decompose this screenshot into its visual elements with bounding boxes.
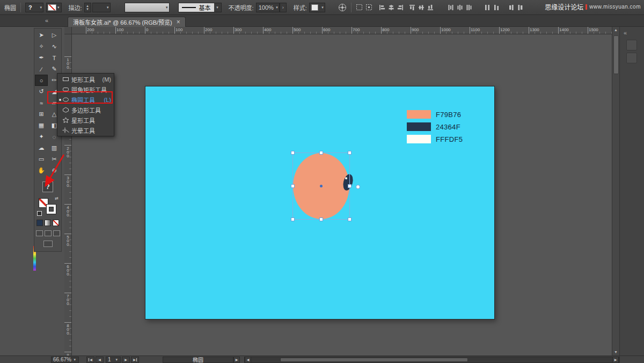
align-to-artboard-icon[interactable] bbox=[517, 4, 524, 11]
artboard-number-dropdown[interactable]: 1 ▾ bbox=[106, 357, 121, 363]
stroke-style-dropdown[interactable]: 基本 ▾ bbox=[178, 3, 222, 12]
distribute-h-space-icon[interactable] bbox=[484, 4, 491, 11]
selection-handle[interactable] bbox=[348, 217, 352, 221]
horizontal-scrollbar[interactable]: ◀ ▶ bbox=[244, 357, 619, 363]
stroke-color-dropdown[interactable]: ▾ bbox=[46, 3, 62, 12]
selection-handle[interactable] bbox=[291, 217, 295, 221]
chevron-down-icon: ▾ bbox=[165, 5, 169, 10]
scroll-left-icon[interactable]: ◀ bbox=[245, 357, 251, 363]
panel-tab-icon[interactable] bbox=[626, 53, 637, 63]
stroke-weight-stepper[interactable]: ▴ ▾ bbox=[84, 3, 91, 12]
bounding-box-icon[interactable] bbox=[365, 4, 372, 11]
fullscreen-mode-icon[interactable] bbox=[53, 230, 60, 236]
transform-panel-icon[interactable] bbox=[356, 4, 363, 11]
gradient-button[interactable] bbox=[45, 220, 51, 226]
toolbar-collapse-icon[interactable]: « bbox=[45, 17, 48, 24]
mesh-tool[interactable]: ▦ bbox=[35, 120, 48, 131]
align-right-icon[interactable] bbox=[397, 4, 404, 11]
first-artboard-icon[interactable]: ◀ bbox=[86, 357, 94, 363]
graphic-style-dropdown[interactable]: ▾ bbox=[309, 3, 325, 12]
blend-tool-icon: ◌ bbox=[53, 134, 56, 140]
ruler-label: 800 bbox=[382, 27, 389, 32]
none-button[interactable] bbox=[53, 220, 59, 226]
line-segment-tool[interactable]: ∕ bbox=[35, 63, 48, 75]
rotate-tool[interactable]: ↺ bbox=[35, 86, 48, 97]
align-center-vertical-icon[interactable] bbox=[418, 4, 425, 11]
ruler-label: 300 bbox=[235, 27, 241, 32]
next-artboard-icon[interactable]: ▶ bbox=[122, 357, 130, 363]
selection-handle[interactable] bbox=[319, 217, 323, 221]
anchor-handle[interactable] bbox=[356, 185, 360, 189]
ellipse-tool[interactable]: ○ bbox=[35, 75, 48, 86]
selection-bounding-box bbox=[292, 153, 350, 220]
align-to-selection-icon[interactable] bbox=[508, 4, 515, 11]
distribute-left-icon[interactable] bbox=[448, 4, 454, 11]
scroll-down-icon[interactable]: ▼ bbox=[612, 349, 619, 355]
stroke-weight-dropdown[interactable]: ▾ bbox=[92, 3, 111, 12]
horizontal-scroll-thumb[interactable] bbox=[280, 358, 468, 362]
scroll-up-icon[interactable]: ▲ bbox=[612, 27, 619, 33]
type-tool[interactable]: T bbox=[48, 52, 61, 63]
selection-handle[interactable] bbox=[348, 151, 352, 155]
shape-builder-tool[interactable]: ⊞ bbox=[35, 108, 48, 120]
document-tab[interactable]: 滑板车女孩.ai* @ 66.67% (RGB/预览) × bbox=[68, 17, 186, 27]
chevron-down-icon: ▾ bbox=[320, 5, 325, 10]
chevron-down-icon: ▾ bbox=[86, 8, 89, 11]
magic-wand-tool[interactable]: ✧ bbox=[35, 41, 48, 52]
opacity-dropdown[interactable]: 100% ▾ bbox=[256, 3, 280, 12]
selection-handle[interactable] bbox=[291, 151, 295, 155]
line-segment-tool-icon: ∕ bbox=[41, 66, 42, 72]
recolor-artwork-icon[interactable] bbox=[338, 3, 347, 12]
selection-tool[interactable]: ➤ bbox=[35, 30, 48, 41]
width-tool-icon: ≈ bbox=[40, 100, 43, 106]
scroll-right-icon[interactable]: ▶ bbox=[612, 357, 619, 363]
align-bottom-icon[interactable] bbox=[427, 4, 434, 11]
previous-artboard-icon[interactable]: ◀ bbox=[96, 357, 104, 363]
last-artboard-icon[interactable]: ▶ bbox=[131, 357, 139, 363]
distribute-v-space-icon[interactable] bbox=[493, 4, 500, 11]
flyout-item-polygon-tool[interactable]: 多边形工具 bbox=[57, 105, 114, 115]
fullscreen-menu-mode-icon[interactable] bbox=[45, 230, 52, 236]
stroke-swatch-icon[interactable] bbox=[47, 205, 56, 214]
direct-selection-tool[interactable]: ▷ bbox=[48, 30, 61, 41]
swap-fill-stroke-icon[interactable]: ⇄ bbox=[55, 196, 58, 201]
panel-collapse-icon[interactable]: « bbox=[624, 30, 627, 36]
zoom-level-dropdown[interactable]: 66.67% ▾ bbox=[51, 357, 79, 363]
align-center-horizontal-icon[interactable] bbox=[388, 4, 394, 11]
status-bar-corner bbox=[619, 356, 644, 363]
current-tool-dot bbox=[59, 109, 61, 111]
lasso-tool[interactable]: ∿ bbox=[48, 41, 61, 52]
flyout-item-rectangle-tool[interactable]: 矩形工具 (M) bbox=[57, 74, 114, 84]
vertical-scrollbar[interactable]: ▲ ▼ bbox=[612, 27, 619, 355]
align-top-icon[interactable] bbox=[409, 4, 415, 11]
normal-screen-mode-icon[interactable] bbox=[36, 230, 43, 236]
opacity-panel-arrow[interactable]: › bbox=[280, 3, 287, 12]
distribute-right-icon[interactable] bbox=[466, 4, 472, 11]
pen-tool[interactable]: ✒ bbox=[35, 52, 48, 63]
close-icon[interactable]: × bbox=[177, 19, 180, 25]
color-button[interactable] bbox=[36, 220, 43, 226]
selection-handle[interactable] bbox=[348, 184, 352, 188]
selection-handle[interactable] bbox=[319, 151, 323, 155]
legend-hex-label: FFFDF5 bbox=[436, 135, 463, 143]
align-left-icon[interactable] bbox=[379, 4, 385, 11]
vertical-scroll-thumb[interactable] bbox=[613, 35, 619, 74]
flyout-item-star-tool[interactable]: 星形工具 bbox=[57, 115, 114, 125]
selection-handle[interactable] bbox=[291, 184, 295, 188]
horizontal-scroll-track[interactable] bbox=[251, 357, 612, 362]
distribute-center-icon[interactable] bbox=[457, 4, 463, 11]
status-menu-arrow-icon[interactable]: ▶ bbox=[233, 357, 240, 363]
ellipse-tool-icon: ○ bbox=[40, 77, 43, 84]
width-tool[interactable]: ≈ bbox=[35, 97, 48, 108]
eyedropper-tool[interactable]: ✦ bbox=[35, 131, 48, 142]
chevron-down-icon: ▾ bbox=[56, 5, 61, 10]
brush-definition-dropdown[interactable]: ▾ bbox=[125, 3, 170, 12]
fill-color-dropdown[interactable]: ? ▾ bbox=[25, 3, 43, 12]
legend-row: FFFDF5 bbox=[407, 135, 463, 143]
draw-mode-icon[interactable] bbox=[43, 241, 53, 247]
panel-tab-icon[interactable] bbox=[626, 40, 637, 50]
default-fill-stroke-icon[interactable] bbox=[37, 211, 42, 216]
flyout-item-flare-tool[interactable]: 光晕工具 bbox=[57, 125, 114, 135]
ruler-corner bbox=[64, 27, 72, 34]
canvas-viewport[interactable]: F79B76 24364F FFFDF5 bbox=[72, 34, 612, 355]
